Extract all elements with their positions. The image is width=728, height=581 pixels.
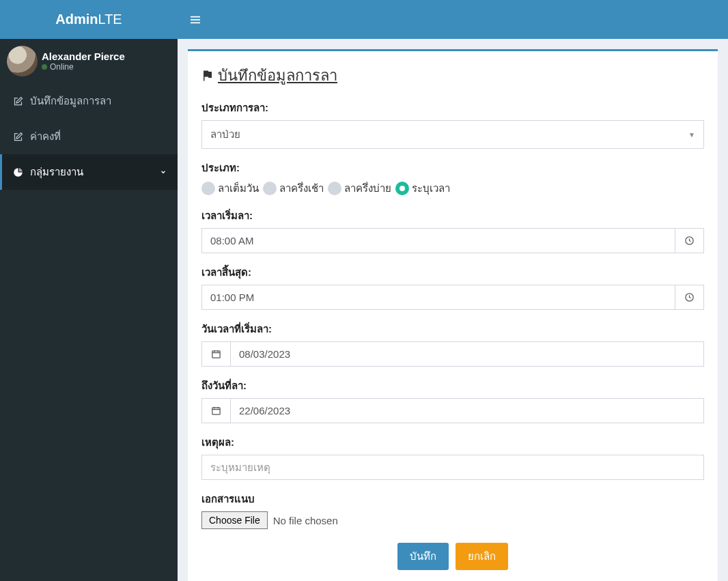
radio-half-morning[interactable]: ลาครึ่งเช้า [263, 180, 324, 197]
reason-input[interactable] [201, 455, 704, 480]
label-start-time: เวลาเริ่มลา: [201, 208, 704, 224]
form-actions: บันทึก ยกเลิก [201, 543, 704, 570]
hamburger-icon[interactable] [190, 15, 201, 25]
brand-light: LTE [98, 12, 122, 27]
label-attachment: เอกสารแนบ [201, 491, 704, 507]
sidebar-item-label: บันทึกข้อมูลการลา [30, 93, 111, 109]
label-end-date: ถึงวันที่ลา: [201, 378, 704, 394]
start-time-input[interactable] [201, 228, 675, 253]
sidebar-item-constants[interactable]: ค่าคงที่ [0, 119, 178, 154]
clock-icon[interactable] [675, 228, 704, 253]
user-status: Online [42, 62, 125, 72]
file-input[interactable]: Choose File No file chosen [201, 511, 704, 529]
leave-type-select[interactable]: ลาป่วย ▼ [201, 120, 704, 149]
brand-logo[interactable]: AdminLTE [0, 0, 178, 39]
user-panel: Alexander Pierce Online [0, 39, 178, 83]
edit-icon [13, 96, 23, 107]
sidebar-item-label: ค่าคงที่ [30, 128, 61, 145]
dashboard-icon [13, 167, 23, 178]
online-dot-icon [42, 64, 47, 70]
sidebar-item-reports[interactable]: กลุ่มรายงาน [0, 154, 178, 190]
caret-down-icon: ▼ [688, 131, 695, 139]
label-end-time: เวลาสิ้นสุด: [201, 264, 704, 281]
user-name: Alexander Pierce [42, 51, 125, 62]
svg-rect-0 [191, 16, 200, 17]
radio-specify-time[interactable]: ระบุเวลา [395, 180, 450, 197]
type-radios: ลาเต็มวัน ลาครึ่งเช้า ลาครึ่งบ่าย ร [201, 180, 704, 197]
end-date-input[interactable] [230, 398, 704, 423]
label-type: ประเภท: [201, 160, 704, 176]
sidebar-item-label: กลุ่มรายงาน [30, 164, 83, 180]
radio-full-day[interactable]: ลาเต็มวัน [201, 180, 259, 197]
edit-icon [13, 132, 23, 142]
file-status-text: No file chosen [273, 515, 338, 526]
radio-icon [328, 182, 341, 195]
start-date-input[interactable] [230, 341, 704, 367]
label-start-date: วันเวลาที่เริ่มลา: [201, 321, 704, 337]
form-box: บันทึกข้อมูลการลา ประเภทการลา: ลาป่วย ▼ … [188, 49, 718, 581]
sidebar-nav: บันทึกข้อมูลการลา ค่าคงที่ กลุ่มรายงาน [0, 83, 178, 190]
clock-icon[interactable] [675, 285, 704, 310]
brand-bold: Admin [55, 12, 98, 27]
page-title: บันทึกข้อมูลการลา [201, 63, 704, 87]
radio-icon [263, 182, 277, 195]
svg-rect-2 [191, 22, 200, 23]
calendar-icon[interactable] [201, 398, 230, 423]
svg-rect-5 [212, 351, 220, 358]
sidebar-item-leave[interactable]: บันทึกข้อมูลการลา [0, 83, 178, 119]
radio-icon [201, 182, 215, 195]
avatar [7, 46, 38, 76]
cancel-button[interactable]: ยกเลิก [456, 543, 508, 570]
svg-rect-1 [191, 19, 200, 20]
save-button[interactable]: บันทึก [397, 543, 449, 570]
label-reason: เหตุผล: [201, 434, 704, 451]
topbar [178, 0, 728, 39]
chevron-down-icon [160, 169, 167, 175]
choose-file-button[interactable]: Choose File [201, 511, 268, 529]
sidebar: AdminLTE Alexander Pierce Online บันทึกข… [0, 0, 178, 581]
radio-half-afternoon[interactable]: ลาครึ่งบ่าย [328, 180, 391, 197]
label-leave-type: ประเภทการลา: [201, 100, 704, 116]
radio-icon [395, 182, 409, 195]
svg-rect-6 [212, 408, 220, 414]
calendar-icon[interactable] [201, 341, 230, 367]
flag-icon [201, 70, 214, 82]
end-time-input[interactable] [201, 285, 675, 310]
